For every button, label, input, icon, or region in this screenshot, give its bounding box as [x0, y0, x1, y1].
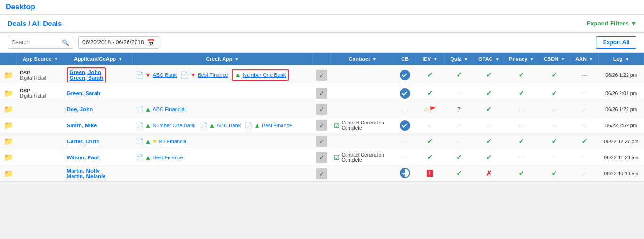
- expand-button[interactable]: ⤢: [316, 120, 327, 131]
- check-icon: ✓: [486, 71, 492, 79]
- folder-icon[interactable]: 📁: [4, 105, 13, 113]
- expand-button[interactable]: ⤢: [316, 88, 327, 99]
- bank-link[interactable]: ABC Bank: [153, 72, 177, 78]
- bank-link[interactable]: Number One Bank: [243, 72, 286, 78]
- coapplicant-link[interactable]: Green, Sarah: [70, 75, 104, 81]
- contract-cell: [331, 101, 394, 117]
- applicant-link[interactable]: Green, Sarah: [67, 91, 101, 96]
- cb-full-icon: [400, 120, 410, 131]
- idv-cell: ✓: [415, 85, 444, 101]
- col-idv[interactable]: IDV ▼: [415, 53, 444, 65]
- applicant-link[interactable]: Smith, Mike: [67, 123, 97, 128]
- sort-arrow-applicant: ▼: [118, 57, 122, 62]
- csdn-cell: ---: [539, 101, 570, 117]
- expand-cell: ⤢: [312, 133, 330, 149]
- col-contract[interactable]: Contract ▼: [331, 53, 394, 65]
- applicant-cell: Green, John Green, Sarah: [64, 65, 133, 85]
- applicant-link[interactable]: Green, John: [70, 69, 101, 75]
- arrow-up-icon: ▲: [254, 122, 260, 129]
- quiz-cell: ✓: [444, 65, 474, 85]
- col-log[interactable]: Log ▼: [599, 53, 644, 65]
- folder-icon[interactable]: 📁: [4, 71, 13, 79]
- check-icon: ✓: [518, 137, 524, 145]
- aan-cell: ---: [570, 165, 599, 182]
- dash-icon: ---: [552, 107, 557, 112]
- check-icon: ✓: [456, 169, 462, 177]
- folder-icon[interactable]: 📁: [4, 170, 13, 178]
- expand-button[interactable]: ⤢: [316, 152, 327, 163]
- coapplicant-link[interactable]: Martin, Melanie: [67, 173, 106, 179]
- date-range-picker[interactable]: 06/20/2018 - 06/26/2018 📅: [78, 36, 159, 49]
- bank-link[interactable]: Best Finance: [262, 123, 292, 128]
- folder-cell: 📁: [0, 101, 17, 117]
- warning-flag-icon: ⚠🚩: [424, 107, 436, 112]
- expand-button[interactable]: ⤢: [316, 70, 327, 81]
- expand-button[interactable]: ⤢: [316, 104, 327, 115]
- col-app-source[interactable]: App Source ▼: [17, 53, 64, 65]
- check-icon: ✓: [427, 71, 433, 79]
- sort-arrow-idv: ▼: [434, 57, 438, 62]
- applicant-link[interactable]: Doe, John: [67, 107, 93, 112]
- export-all-button[interactable]: Export All: [596, 36, 636, 49]
- privacy-cell: ✓: [504, 133, 539, 149]
- sort-arrow-credit-app: ▼: [234, 57, 239, 62]
- quiz-cell: ---: [444, 117, 474, 133]
- bank-link[interactable]: Best Finance: [198, 72, 228, 78]
- col-ofac[interactable]: OFAC ▼: [474, 53, 504, 65]
- sort-arrow-privacy: ▼: [530, 57, 534, 62]
- chevron-down-icon: ▼: [630, 20, 636, 27]
- folder-cell: 📁: [0, 165, 17, 182]
- bank-link[interactable]: ABC Bank: [217, 123, 241, 128]
- cb-dash: ---: [402, 107, 407, 112]
- sort-arrow-ofac: ▼: [495, 57, 499, 62]
- applicant-link[interactable]: Martin, Molly: [67, 168, 100, 173]
- log-cell: 06/26 1:22 pm: [599, 65, 644, 85]
- quiz-cell: ---: [444, 133, 474, 149]
- col-privacy[interactable]: Privacy ▼: [504, 53, 539, 65]
- applicant-cell: Smith, Mike: [64, 117, 133, 133]
- folder-icon[interactable]: 📁: [4, 153, 13, 161]
- dash-icon: ---: [582, 155, 587, 160]
- col-aan[interactable]: AAN ▼: [570, 53, 599, 65]
- expand-filters-button[interactable]: Expand Filters ▼: [587, 20, 636, 27]
- folder-icon[interactable]: 📁: [4, 137, 13, 145]
- csdn-cell: ✓: [539, 85, 570, 101]
- expand-button[interactable]: ⤢: [316, 168, 327, 179]
- app-source-label: DSP: [20, 70, 61, 75]
- bank-link[interactable]: ABC Financial: [153, 107, 185, 112]
- date-range-value: 06/20/2018 - 06/26/2018: [82, 39, 144, 46]
- cb-cell: [394, 117, 416, 133]
- credit-app-item: 📄▼ABC Bank: [136, 71, 177, 79]
- col-quiz[interactable]: Quiz ▼: [444, 53, 474, 65]
- folder-icon[interactable]: 📁: [4, 121, 13, 129]
- col-credit-app[interactable]: Credit App ▼: [133, 53, 313, 65]
- app-source-cell: [17, 165, 64, 182]
- bank-link[interactable]: Best Finance: [153, 155, 183, 160]
- bank-link[interactable]: Number One Bank: [153, 123, 195, 128]
- log-cell: 06/26 1:22 pm: [599, 101, 644, 117]
- app-doc-icon: 📄: [136, 138, 144, 145]
- cb-dash: ---: [402, 139, 407, 144]
- applicant-link[interactable]: Wilson, Paul: [67, 155, 99, 160]
- sort-arrow-contract: ▼: [372, 57, 377, 62]
- expand-cell: ⤢: [312, 85, 330, 101]
- dash-icon: ---: [457, 139, 462, 144]
- credit-app-cell: 📄▲★R1 Financial: [133, 133, 313, 149]
- search-input[interactable]: [12, 39, 62, 46]
- check-icon: ✓: [551, 137, 557, 145]
- expand-button[interactable]: ⤢: [316, 136, 327, 147]
- applicant-cell: Martin, MollyMartin, Melanie: [64, 165, 133, 182]
- applicant-name-highlighted: Green, John Green, Sarah: [67, 67, 106, 82]
- app-doc-icon: 📄: [136, 71, 144, 79]
- ofac-cell: ✓: [474, 65, 504, 85]
- folder-icon[interactable]: 📁: [4, 89, 13, 97]
- col-applicant[interactable]: Applicant/CoApp ▼: [64, 53, 133, 65]
- bank-link[interactable]: R1 Financial: [159, 139, 187, 144]
- csdn-cell: ---: [539, 149, 570, 165]
- csdn-cell: ---: [539, 117, 570, 133]
- col-csdn[interactable]: CSDN ▼: [539, 53, 570, 65]
- cb-full-icon: [400, 88, 410, 99]
- app-source-label: DSP: [20, 88, 61, 93]
- applicant-link[interactable]: Carter, Chris: [67, 139, 99, 144]
- app-sub-label: Digital Retail: [20, 93, 61, 99]
